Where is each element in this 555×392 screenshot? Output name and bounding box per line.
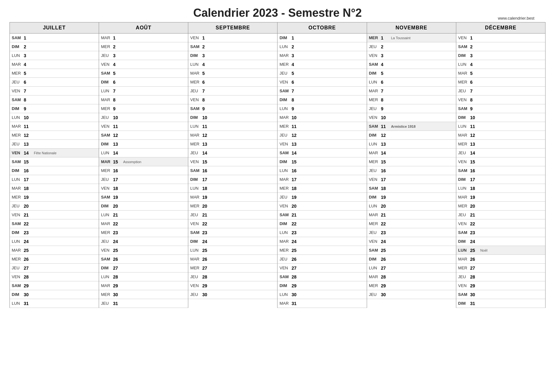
day-name: VEN bbox=[190, 35, 202, 40]
day-row: DIM2 bbox=[10, 42, 99, 51]
day-name: VEN bbox=[458, 97, 470, 102]
day-row: MAR11 bbox=[10, 122, 99, 131]
day-number: 17 bbox=[470, 177, 479, 182]
day-name: JEU bbox=[12, 266, 24, 270]
day-number: 1 bbox=[113, 35, 122, 40]
day-name: JEU bbox=[12, 80, 24, 84]
day-number: 26 bbox=[202, 257, 211, 262]
day-name: MAR bbox=[12, 62, 24, 67]
day-name: SAM bbox=[458, 168, 470, 173]
day-row: VEN11 bbox=[99, 122, 188, 131]
day-row: SAM26 bbox=[99, 255, 188, 264]
day-row: DIM19 bbox=[367, 193, 456, 202]
day-name: SAM bbox=[190, 230, 202, 235]
day-number: 4 bbox=[291, 62, 300, 67]
day-name: VEN bbox=[101, 186, 113, 191]
day-name: DIM bbox=[12, 230, 24, 235]
day-row: DIM31 bbox=[456, 299, 545, 308]
day-number: 29 bbox=[202, 283, 211, 288]
day-name: SAM bbox=[12, 97, 24, 102]
day-row: MER9 bbox=[99, 104, 188, 113]
day-name: LUN bbox=[458, 124, 470, 129]
day-row: DIM1 bbox=[278, 34, 366, 42]
day-number: 5 bbox=[291, 71, 300, 76]
day-name: LUN bbox=[369, 80, 381, 84]
day-row: VEN29 bbox=[188, 281, 277, 290]
day-name: DIM bbox=[12, 106, 24, 111]
day-row: LUN28 bbox=[99, 273, 188, 281]
day-row: DIM8 bbox=[278, 95, 366, 104]
day-row: MER6 bbox=[188, 78, 277, 87]
day-name: LUN bbox=[458, 62, 470, 67]
day-number: 24 bbox=[381, 239, 390, 244]
month-col-novembre: NOVEMBREMER1La ToussaintJEU2VEN3SAM4DIM5… bbox=[367, 22, 456, 308]
day-number: 30 bbox=[470, 292, 479, 297]
day-name: VEN bbox=[279, 80, 291, 84]
day-row: DIM24 bbox=[188, 237, 277, 246]
day-row: LUN11 bbox=[188, 122, 277, 131]
day-name: SAM bbox=[12, 35, 24, 40]
day-name: MER bbox=[12, 71, 24, 76]
day-row: VEN21 bbox=[10, 211, 99, 219]
day-name: JEU bbox=[101, 115, 113, 120]
day-row: JEU21 bbox=[188, 211, 277, 219]
day-number: 14 bbox=[113, 150, 122, 156]
day-number: 11 bbox=[24, 124, 33, 129]
day-row: JEU24 bbox=[99, 237, 188, 246]
day-row: VEN6 bbox=[278, 78, 366, 87]
day-number: 25 bbox=[381, 248, 390, 253]
day-number: 30 bbox=[202, 292, 211, 297]
day-name: SAM bbox=[101, 133, 113, 138]
day-name: MAR bbox=[12, 124, 24, 129]
day-number: 25 bbox=[291, 248, 300, 253]
day-name: DIM bbox=[369, 71, 381, 76]
month-header: SEPTEMBRE bbox=[188, 22, 277, 34]
day-name: MAR bbox=[101, 283, 113, 288]
day-name: SAM bbox=[458, 292, 470, 297]
day-name: MAR bbox=[279, 53, 291, 58]
day-name: MER bbox=[101, 44, 113, 49]
day-number: 29 bbox=[470, 283, 479, 288]
day-number: 19 bbox=[113, 195, 122, 200]
day-number: 9 bbox=[470, 106, 479, 111]
day-name: JEU bbox=[190, 150, 202, 155]
day-row: SAM22 bbox=[10, 219, 99, 228]
day-row: JEU16 bbox=[367, 166, 456, 175]
day-row: JEU19 bbox=[278, 193, 366, 202]
day-row: DIM3 bbox=[188, 51, 277, 60]
day-row: VEN29 bbox=[456, 281, 545, 290]
day-number: 10 bbox=[113, 115, 122, 120]
day-number: 14 bbox=[291, 150, 300, 156]
day-number: 11 bbox=[202, 124, 211, 129]
day-name: LUN bbox=[279, 168, 291, 173]
day-number: 22 bbox=[202, 221, 211, 226]
day-row: VEN22 bbox=[188, 219, 277, 228]
day-name: SAM bbox=[12, 159, 24, 164]
day-number: 12 bbox=[470, 133, 479, 138]
day-row: SAM9 bbox=[188, 104, 277, 113]
day-number: 21 bbox=[113, 212, 122, 217]
day-number: 18 bbox=[291, 186, 300, 191]
day-row: LUN7 bbox=[99, 87, 188, 95]
day-name: VEN bbox=[279, 142, 291, 146]
day-name: VEN bbox=[12, 89, 24, 93]
day-name: MAR bbox=[101, 159, 113, 164]
day-row: DIM29 bbox=[278, 281, 366, 290]
day-number: 12 bbox=[381, 133, 390, 138]
day-name: MAR bbox=[458, 195, 470, 199]
day-row: JEU28 bbox=[188, 273, 277, 281]
day-number: 4 bbox=[113, 62, 122, 67]
day-number: 9 bbox=[381, 106, 390, 111]
day-number: 8 bbox=[381, 97, 390, 102]
day-number: 30 bbox=[24, 292, 33, 297]
day-number: 17 bbox=[202, 177, 211, 182]
day-number: 28 bbox=[381, 274, 390, 279]
day-number: 17 bbox=[381, 177, 390, 182]
day-number: 15 bbox=[113, 159, 122, 164]
day-name: DIM bbox=[190, 239, 202, 244]
day-name: LUN bbox=[12, 115, 24, 120]
day-row: DIM10 bbox=[456, 113, 545, 122]
day-number: 14 bbox=[381, 150, 390, 156]
day-row: SAM12 bbox=[99, 131, 188, 140]
day-name: VEN bbox=[279, 204, 291, 208]
